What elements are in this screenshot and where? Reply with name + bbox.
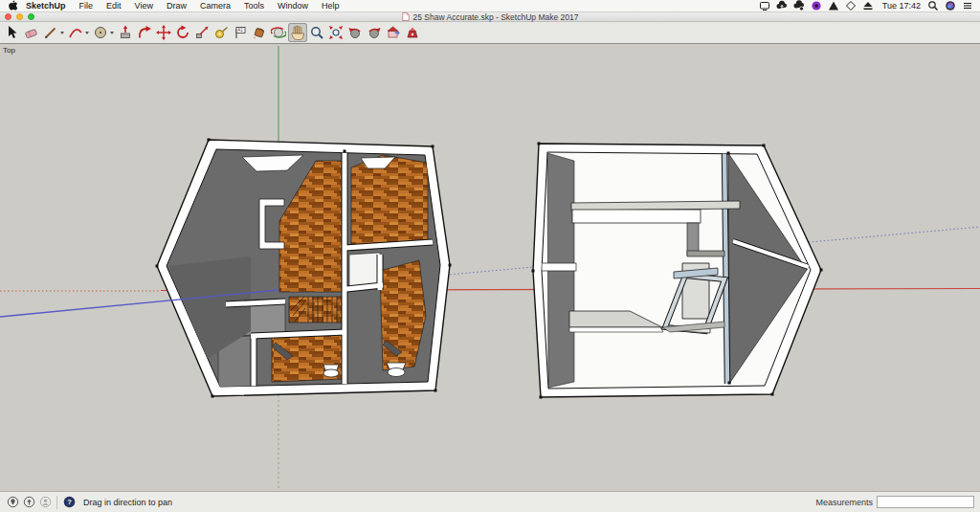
- menu-window[interactable]: Window: [271, 1, 315, 11]
- text-icon: A1: [233, 25, 248, 40]
- siri-icon[interactable]: [944, 0, 957, 11]
- shapes-icon: [93, 25, 108, 40]
- glass-pane: [724, 151, 727, 384]
- zoom-tool[interactable]: [307, 23, 326, 42]
- arc-tool[interactable]: [66, 23, 85, 42]
- shapes-tool[interactable]: [91, 23, 110, 42]
- line-tool[interactable]: [41, 23, 60, 42]
- push-pull-tool[interactable]: [116, 23, 135, 42]
- pan-icon: [290, 25, 305, 40]
- drawing-axes: [0, 46, 980, 491]
- select-icon: [5, 25, 20, 40]
- menu-edit[interactable]: Edit: [100, 1, 128, 11]
- select-tool[interactable]: [3, 23, 22, 42]
- menu-sketchup[interactable]: SketchUp: [19, 1, 73, 11]
- share-model-tool[interactable]: [403, 23, 422, 42]
- cloud-gear-icon[interactable]: [792, 0, 806, 11]
- model-left-house-floor[interactable]: [156, 139, 452, 398]
- menu-help[interactable]: Help: [315, 1, 346, 11]
- get-models-icon: [386, 25, 401, 40]
- svg-text:?: ?: [67, 498, 72, 506]
- status-bar: ? Drag in direction to pan Measurements: [0, 491, 980, 512]
- zoom-extents-icon: [328, 25, 344, 40]
- menu-file[interactable]: File: [73, 1, 100, 11]
- scale-tool[interactable]: [192, 23, 212, 42]
- follow-me-icon: [137, 25, 152, 40]
- paint-bucket-icon: [252, 25, 267, 40]
- display-icon[interactable]: [758, 0, 771, 11]
- rotate-tool[interactable]: [173, 23, 192, 42]
- next-view-icon: [367, 25, 382, 40]
- spotlight-search-icon[interactable]: [926, 0, 940, 11]
- share-model-icon: [405, 25, 420, 40]
- tool-palette: A1: [0, 22, 980, 44]
- window-title: 25 Shaw Accurate.skp - SketchUp Make 201…: [413, 12, 579, 22]
- zoom-icon: [309, 25, 324, 40]
- paint-bucket-tool[interactable]: [250, 23, 269, 42]
- apple-menu-icon[interactable]: [6, 0, 19, 11]
- push-pull-icon: [118, 25, 133, 40]
- line-icon: [43, 25, 58, 40]
- close-window-button[interactable]: [5, 13, 11, 20]
- purple-app-icon[interactable]: [810, 0, 823, 11]
- window-title-bar: 25 Shaw Accurate.skp - SketchUp Make 201…: [0, 12, 980, 22]
- status-hint: Drag in direction to pan: [83, 498, 172, 507]
- tape-measure-icon: [213, 25, 229, 40]
- notification-center-icon[interactable]: [961, 0, 974, 11]
- previous-view-icon: [347, 25, 363, 40]
- upper-shelf: [571, 201, 740, 211]
- eraser-tool[interactable]: [22, 23, 41, 42]
- credits-icon[interactable]: [38, 496, 52, 509]
- eject-icon[interactable]: [861, 0, 875, 11]
- menu-bar: SketchUpFileEditViewDrawCameraToolsWindo…: [0, 0, 980, 12]
- menu-tools[interactable]: Tools: [237, 1, 271, 11]
- measurements-input[interactable]: [877, 496, 974, 508]
- menu-clock[interactable]: Tue 17:42: [882, 1, 921, 11]
- document-icon: [402, 12, 410, 21]
- orbit-icon: [271, 25, 286, 40]
- drawing-canvas[interactable]: Top: [0, 44, 980, 491]
- shield-icon[interactable]: [844, 0, 858, 11]
- tape-measure-tool[interactable]: [212, 23, 231, 42]
- help-icon[interactable]: ?: [62, 496, 76, 509]
- text-tool[interactable]: A1: [231, 23, 250, 42]
- pan-tool[interactable]: [288, 23, 307, 42]
- previous-view-tool[interactable]: [345, 23, 365, 42]
- next-view-tool[interactable]: [365, 23, 384, 42]
- menu-draw[interactable]: Draw: [160, 1, 193, 11]
- geolocation-icon[interactable]: [6, 496, 19, 509]
- arc-icon: [68, 25, 83, 40]
- move-tool[interactable]: [154, 23, 173, 42]
- menu-camera[interactable]: Camera: [193, 1, 237, 11]
- orbit-tool[interactable]: [269, 23, 288, 42]
- claim-icon[interactable]: [22, 496, 35, 509]
- model-right-house-shell[interactable]: [532, 143, 823, 399]
- menu-view[interactable]: View: [128, 1, 160, 11]
- follow-me-tool[interactable]: [135, 23, 154, 42]
- move-icon: [156, 25, 171, 40]
- eraser-icon: [24, 25, 39, 40]
- minimize-window-button[interactable]: [16, 13, 23, 20]
- zoom-window-button[interactable]: [28, 13, 34, 20]
- measurements-label: Measurements: [815, 498, 873, 507]
- cloud-upload-icon[interactable]: [775, 0, 789, 11]
- svg-text:A1: A1: [237, 28, 243, 33]
- get-models-tool[interactable]: [384, 23, 403, 42]
- scale-icon: [194, 25, 210, 40]
- rotate-icon: [175, 25, 190, 40]
- wood-floor-bedroom-right: [351, 155, 428, 251]
- zoom-extents-tool[interactable]: [326, 23, 345, 42]
- triangle-icon[interactable]: [827, 0, 840, 11]
